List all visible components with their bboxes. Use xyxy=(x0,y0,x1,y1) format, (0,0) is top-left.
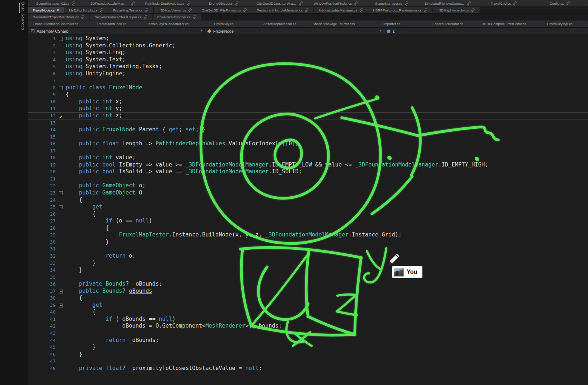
tab-scenemanager-02-cs[interactable]: SceneManager_02.cs xyxy=(28,0,84,6)
code-line-11[interactable]: 11 public int y; xyxy=(28,105,588,112)
code-line-2[interactable]: 2using System.Collections.Generic; xyxy=(28,42,588,50)
code-line-13[interactable]: 13 xyxy=(28,119,588,127)
tab-fruxelgrid-cs[interactable]: FruxelGrid.cs xyxy=(476,0,532,6)
pin-icon[interactable] xyxy=(99,8,103,12)
code-line-48[interactable]: 48 private float? _proximityToClosestObs… xyxy=(28,365,588,372)
code-line-30[interactable]: 30 } xyxy=(28,239,588,246)
code-line-24[interactable]: 24 { xyxy=(28,197,588,204)
tab-enviroskymgr-cs[interactable]: EnviroSkyMgr.cs xyxy=(532,20,588,27)
code-line-42[interactable]: 42 _oBounds = O.GetComponent<MeshRendere… xyxy=(28,323,588,330)
code-line-8[interactable]: 8−public class FruxelNode xyxy=(28,84,588,91)
data-sources-tool-tab[interactable]: Data Sources xyxy=(21,2,25,30)
tab-envirosky-cs[interactable]: EnviroSky.cs xyxy=(196,20,252,27)
tab-generator2exportmaptools-cs[interactable]: Generator2ExportMapTools.cs xyxy=(28,14,89,20)
code-line-25[interactable]: 25− get xyxy=(28,203,588,211)
pin-icon[interactable] xyxy=(188,8,192,12)
tab-artificiallightsmanager-cs[interactable]: ArtificialLightsManager.cs xyxy=(314,7,368,13)
tab-restauranthook-cs[interactable]: RestaurantHook.cs xyxy=(84,20,140,27)
tab-droneorientationcontroller-cs[interactable]: DroneOrientationController.cs xyxy=(28,20,84,27)
tab--3dfoundatio-delmanager-cs[interactable]: _3DFoundatio...delManager.cs xyxy=(84,0,140,6)
pin-icon[interactable] xyxy=(471,8,475,12)
pin-icon[interactable] xyxy=(187,1,191,5)
code-line-3[interactable]: 3using System.Linq; xyxy=(28,49,588,56)
code-line-12[interactable]: 12 public int z; xyxy=(28,112,588,119)
pin-icon[interactable] xyxy=(424,8,428,12)
tab-config-cs[interactable]: Config.cs xyxy=(532,0,588,6)
tab-assetpreprocessor-cs[interactable]: AssetPreprocessor.cs xyxy=(252,20,308,27)
code-line-43[interactable]: 43 xyxy=(28,330,588,337)
pin-icon[interactable] xyxy=(71,1,75,5)
code-line-39[interactable]: 39− get xyxy=(28,302,588,309)
pin-icon[interactable] xyxy=(467,1,471,5)
tab-deliverysurfaceclasshelper-cs[interactable]: DeliverySurfaceClassHelper.cs xyxy=(90,14,152,20)
code-line-16[interactable]: 16 public float Length => PathfinderDept… xyxy=(28,140,588,147)
code-line-45[interactable]: 45 } xyxy=(28,344,588,351)
code-line-20[interactable]: 20 public bool IsSolid => value == _3DFo… xyxy=(28,168,588,175)
pin-icon[interactable] xyxy=(131,1,135,5)
code-line-4[interactable]: 4using System.Text; xyxy=(28,56,588,64)
pin-icon[interactable] xyxy=(566,1,570,5)
pin-icon[interactable] xyxy=(81,15,85,19)
pin-icon[interactable] xyxy=(193,15,197,19)
code-line-26[interactable]: 26 { xyxy=(28,211,588,218)
code-line-23[interactable]: 23− public GameObject O xyxy=(28,189,588,197)
code-editor[interactable]: 1−using System;2using System.Collections… xyxy=(28,35,588,385)
tab-terrainlayerrandomizer-cs[interactable]: TerrainLayerRandomizer.cs xyxy=(140,20,196,27)
pin-icon[interactable] xyxy=(354,1,358,5)
tab-simulatedfisheyecamera-cs[interactable]: SimulatedFisheyeCamera.cs xyxy=(420,0,476,6)
tab-onesec3d-fileformat-cs[interactable]: OneSec3D_FileFormat.cs xyxy=(197,7,252,13)
code-line-6[interactable]: 6using UnityEngine; xyxy=(28,70,588,78)
fold-collapse-icon[interactable]: − xyxy=(59,290,63,294)
tab-citygen3dgen-torwrapper-cs[interactable]: CityGen3DGen...torWrapper.cs xyxy=(252,0,308,6)
pin-icon[interactable] xyxy=(305,8,309,12)
tab-hdrppostproc-randomizer-cs[interactable]: HDRPPostproc...Randomizer.cs xyxy=(368,7,432,13)
fold-collapse-icon[interactable]: − xyxy=(59,37,63,41)
fold-collapse-icon[interactable]: − xyxy=(59,304,63,307)
tab-fruxelnode-cs[interactable]: FruxelNode.cs× xyxy=(28,7,64,13)
chevron-down-icon[interactable]: ▾ xyxy=(380,28,382,32)
code-line-19[interactable]: 19 public bool IsEmpty => value >= _3DFo… xyxy=(28,161,588,169)
close-icon[interactable]: × xyxy=(57,8,59,12)
tab--3dmapviewer-cs[interactable]: _3DMapViewer.cs xyxy=(154,7,196,13)
code-line-47[interactable]: 47 xyxy=(28,358,588,365)
tab-pathfinderdepthvalues-cs[interactable]: PathfinderDepthValues.cs xyxy=(140,0,196,6)
tab-restaurantho-plemanager-cs[interactable]: RestaurantHo...pleManager.cs xyxy=(252,7,313,13)
tab-hdrppostproc-izereditor-cs[interactable]: HDRPPostproc...izerEditor.cs xyxy=(476,20,532,27)
code-line-14[interactable]: 14 public FruxelNode Parent { get; set; … xyxy=(28,126,588,133)
code-line-41[interactable]: 41 if (_oBounds == null) xyxy=(28,316,588,323)
tab--3dmaphierarchy-cs[interactable]: _3DMapHierarchy.cs xyxy=(433,7,480,13)
code-line-40[interactable]: 40 { xyxy=(28,309,588,316)
code-line-9[interactable]: 9{ xyxy=(28,91,588,98)
tab-scenemanager-cs[interactable]: SceneManager.cs xyxy=(364,0,420,6)
code-line-18[interactable]: 18 public int value; xyxy=(28,154,588,161)
code-line-27[interactable]: 27 if (o == null) xyxy=(28,217,588,225)
tab-fencesgenerator-cs[interactable]: FencesGenerator.cs xyxy=(420,20,476,27)
code-line-33[interactable]: 33 } xyxy=(28,260,588,267)
tab-windowpositionfinder-cs[interactable]: WindowPositionFinder.cs xyxy=(308,0,364,6)
tab-fruxelmaptester-cs[interactable]: FruxelMapTester.cs xyxy=(108,7,153,13)
pin-icon[interactable] xyxy=(145,8,149,12)
project-dropdown[interactable]: Assembly-CSharp ▾ xyxy=(28,28,205,34)
tab-collisionsubscriber-cs[interactable]: CollisionSubscriber.cs xyxy=(153,14,201,20)
fold-collapse-icon[interactable]: − xyxy=(59,205,63,209)
code-line-35[interactable]: 35 xyxy=(28,274,588,281)
tab-droneobject-cs[interactable]: DroneObject.cs xyxy=(196,0,252,6)
pin-icon[interactable] xyxy=(359,8,363,12)
code-line-7[interactable]: 7 xyxy=(28,77,588,84)
pin-icon[interactable] xyxy=(235,1,239,5)
code-line-38[interactable]: 38 { xyxy=(28,295,588,302)
member-dropdown[interactable]: z xyxy=(384,28,588,34)
code-line-15[interactable]: 15 xyxy=(28,133,588,141)
pin-icon[interactable] xyxy=(299,1,303,5)
code-line-5[interactable]: 5using System.Threading.Tasks; xyxy=(28,63,588,70)
fold-collapse-icon[interactable]: − xyxy=(59,191,63,195)
type-dropdown[interactable]: FruxelNode ▾ xyxy=(205,28,384,34)
tab-importer-cs[interactable]: Importer.cs xyxy=(364,20,420,27)
fold-collapse-icon[interactable]: − xyxy=(59,86,63,90)
code-line-37[interactable]: 37− public Bounds? oBounds xyxy=(28,288,588,295)
code-line-1[interactable]: 1−using System; xyxy=(28,35,588,42)
code-line-36[interactable]: 36 private Bounds? _oBounds; xyxy=(28,281,588,288)
code-line-29[interactable]: 29 FruxelMapTester.Instance.BuildNode(x,… xyxy=(28,231,588,239)
pin-icon[interactable] xyxy=(405,1,409,5)
code-line-46[interactable]: 46 } xyxy=(28,351,588,358)
